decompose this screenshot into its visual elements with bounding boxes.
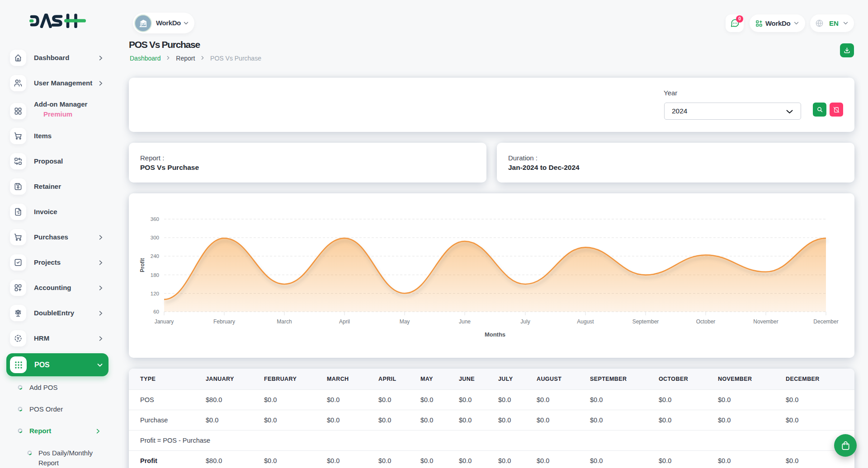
svg-text:240: 240 [151, 253, 159, 259]
svg-text:August: August [577, 318, 594, 325]
svg-text:September: September [632, 318, 659, 325]
svg-text:November: November [753, 318, 778, 325]
svg-text:January: January [155, 318, 174, 325]
svg-text:July: July [520, 318, 530, 325]
svg-text:December: December [813, 318, 838, 325]
svg-text:October: October [696, 318, 716, 325]
svg-text:Profit: Profit [139, 258, 146, 272]
svg-text:360: 360 [151, 216, 159, 222]
svg-text:February: February [213, 318, 235, 325]
svg-text:120: 120 [151, 291, 159, 296]
svg-text:April: April [339, 318, 350, 325]
svg-text:May: May [400, 318, 410, 325]
svg-text:June: June [459, 318, 471, 325]
svg-text:180: 180 [151, 272, 159, 278]
svg-text:60: 60 [153, 309, 159, 314]
svg-text:Months: Months [485, 331, 505, 338]
svg-text:March: March [277, 318, 292, 325]
svg-text:300: 300 [151, 235, 159, 240]
